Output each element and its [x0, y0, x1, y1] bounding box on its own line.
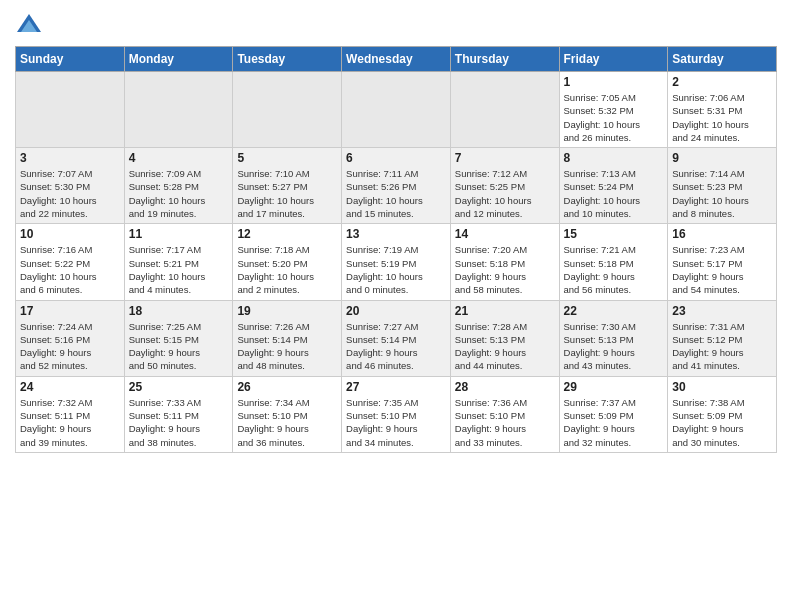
day-info: Sunrise: 7:32 AM Sunset: 5:11 PM Dayligh… [20, 396, 120, 449]
day-number: 29 [564, 380, 664, 394]
page: SundayMondayTuesdayWednesdayThursdayFrid… [0, 0, 792, 612]
day-number: 1 [564, 75, 664, 89]
calendar-cell: 7Sunrise: 7:12 AM Sunset: 5:25 PM Daylig… [450, 148, 559, 224]
day-number: 19 [237, 304, 337, 318]
calendar-table: SundayMondayTuesdayWednesdayThursdayFrid… [15, 46, 777, 453]
calendar-cell: 29Sunrise: 7:37 AM Sunset: 5:09 PM Dayli… [559, 376, 668, 452]
day-info: Sunrise: 7:11 AM Sunset: 5:26 PM Dayligh… [346, 167, 446, 220]
day-number: 28 [455, 380, 555, 394]
day-info: Sunrise: 7:26 AM Sunset: 5:14 PM Dayligh… [237, 320, 337, 373]
calendar-cell: 21Sunrise: 7:28 AM Sunset: 5:13 PM Dayli… [450, 300, 559, 376]
day-info: Sunrise: 7:33 AM Sunset: 5:11 PM Dayligh… [129, 396, 229, 449]
day-info: Sunrise: 7:12 AM Sunset: 5:25 PM Dayligh… [455, 167, 555, 220]
logo [15, 10, 47, 38]
day-info: Sunrise: 7:25 AM Sunset: 5:15 PM Dayligh… [129, 320, 229, 373]
calendar-cell: 16Sunrise: 7:23 AM Sunset: 5:17 PM Dayli… [668, 224, 777, 300]
calendar-cell: 17Sunrise: 7:24 AM Sunset: 5:16 PM Dayli… [16, 300, 125, 376]
day-info: Sunrise: 7:14 AM Sunset: 5:23 PM Dayligh… [672, 167, 772, 220]
calendar-cell: 6Sunrise: 7:11 AM Sunset: 5:26 PM Daylig… [342, 148, 451, 224]
weekday-header-sunday: Sunday [16, 47, 125, 72]
day-number: 30 [672, 380, 772, 394]
calendar-cell: 19Sunrise: 7:26 AM Sunset: 5:14 PM Dayli… [233, 300, 342, 376]
day-info: Sunrise: 7:17 AM Sunset: 5:21 PM Dayligh… [129, 243, 229, 296]
calendar-cell: 4Sunrise: 7:09 AM Sunset: 5:28 PM Daylig… [124, 148, 233, 224]
calendar-cell: 14Sunrise: 7:20 AM Sunset: 5:18 PM Dayli… [450, 224, 559, 300]
calendar-row-3: 17Sunrise: 7:24 AM Sunset: 5:16 PM Dayli… [16, 300, 777, 376]
calendar-cell: 20Sunrise: 7:27 AM Sunset: 5:14 PM Dayli… [342, 300, 451, 376]
day-info: Sunrise: 7:35 AM Sunset: 5:10 PM Dayligh… [346, 396, 446, 449]
weekday-header-monday: Monday [124, 47, 233, 72]
logo-icon [15, 10, 43, 38]
calendar-cell: 15Sunrise: 7:21 AM Sunset: 5:18 PM Dayli… [559, 224, 668, 300]
day-info: Sunrise: 7:30 AM Sunset: 5:13 PM Dayligh… [564, 320, 664, 373]
weekday-header-tuesday: Tuesday [233, 47, 342, 72]
day-info: Sunrise: 7:18 AM Sunset: 5:20 PM Dayligh… [237, 243, 337, 296]
day-info: Sunrise: 7:21 AM Sunset: 5:18 PM Dayligh… [564, 243, 664, 296]
calendar-cell: 28Sunrise: 7:36 AM Sunset: 5:10 PM Dayli… [450, 376, 559, 452]
calendar-cell: 3Sunrise: 7:07 AM Sunset: 5:30 PM Daylig… [16, 148, 125, 224]
calendar-cell: 11Sunrise: 7:17 AM Sunset: 5:21 PM Dayli… [124, 224, 233, 300]
day-info: Sunrise: 7:38 AM Sunset: 5:09 PM Dayligh… [672, 396, 772, 449]
header [15, 10, 777, 38]
day-info: Sunrise: 7:19 AM Sunset: 5:19 PM Dayligh… [346, 243, 446, 296]
weekday-header-thursday: Thursday [450, 47, 559, 72]
calendar-cell [450, 72, 559, 148]
day-number: 4 [129, 151, 229, 165]
day-number: 5 [237, 151, 337, 165]
calendar-row-1: 3Sunrise: 7:07 AM Sunset: 5:30 PM Daylig… [16, 148, 777, 224]
day-number: 26 [237, 380, 337, 394]
day-number: 24 [20, 380, 120, 394]
day-number: 15 [564, 227, 664, 241]
day-info: Sunrise: 7:10 AM Sunset: 5:27 PM Dayligh… [237, 167, 337, 220]
day-number: 6 [346, 151, 446, 165]
calendar-cell [124, 72, 233, 148]
day-info: Sunrise: 7:24 AM Sunset: 5:16 PM Dayligh… [20, 320, 120, 373]
calendar-cell: 25Sunrise: 7:33 AM Sunset: 5:11 PM Dayli… [124, 376, 233, 452]
day-number: 10 [20, 227, 120, 241]
calendar-row-4: 24Sunrise: 7:32 AM Sunset: 5:11 PM Dayli… [16, 376, 777, 452]
calendar-cell: 30Sunrise: 7:38 AM Sunset: 5:09 PM Dayli… [668, 376, 777, 452]
day-number: 27 [346, 380, 446, 394]
weekday-header-saturday: Saturday [668, 47, 777, 72]
calendar-cell: 2Sunrise: 7:06 AM Sunset: 5:31 PM Daylig… [668, 72, 777, 148]
calendar-cell: 27Sunrise: 7:35 AM Sunset: 5:10 PM Dayli… [342, 376, 451, 452]
day-number: 13 [346, 227, 446, 241]
day-info: Sunrise: 7:31 AM Sunset: 5:12 PM Dayligh… [672, 320, 772, 373]
calendar-cell [16, 72, 125, 148]
day-number: 12 [237, 227, 337, 241]
calendar-cell: 5Sunrise: 7:10 AM Sunset: 5:27 PM Daylig… [233, 148, 342, 224]
calendar-cell: 12Sunrise: 7:18 AM Sunset: 5:20 PM Dayli… [233, 224, 342, 300]
day-info: Sunrise: 7:09 AM Sunset: 5:28 PM Dayligh… [129, 167, 229, 220]
calendar-cell: 24Sunrise: 7:32 AM Sunset: 5:11 PM Dayli… [16, 376, 125, 452]
calendar-cell: 9Sunrise: 7:14 AM Sunset: 5:23 PM Daylig… [668, 148, 777, 224]
day-info: Sunrise: 7:07 AM Sunset: 5:30 PM Dayligh… [20, 167, 120, 220]
day-number: 9 [672, 151, 772, 165]
day-number: 16 [672, 227, 772, 241]
calendar-cell: 22Sunrise: 7:30 AM Sunset: 5:13 PM Dayli… [559, 300, 668, 376]
day-info: Sunrise: 7:34 AM Sunset: 5:10 PM Dayligh… [237, 396, 337, 449]
day-number: 21 [455, 304, 555, 318]
calendar-cell: 18Sunrise: 7:25 AM Sunset: 5:15 PM Dayli… [124, 300, 233, 376]
weekday-header-friday: Friday [559, 47, 668, 72]
day-info: Sunrise: 7:20 AM Sunset: 5:18 PM Dayligh… [455, 243, 555, 296]
day-number: 2 [672, 75, 772, 89]
day-info: Sunrise: 7:28 AM Sunset: 5:13 PM Dayligh… [455, 320, 555, 373]
day-number: 22 [564, 304, 664, 318]
calendar-row-0: 1Sunrise: 7:05 AM Sunset: 5:32 PM Daylig… [16, 72, 777, 148]
day-number: 14 [455, 227, 555, 241]
calendar-cell: 10Sunrise: 7:16 AM Sunset: 5:22 PM Dayli… [16, 224, 125, 300]
day-info: Sunrise: 7:27 AM Sunset: 5:14 PM Dayligh… [346, 320, 446, 373]
weekday-header-row: SundayMondayTuesdayWednesdayThursdayFrid… [16, 47, 777, 72]
calendar-cell: 23Sunrise: 7:31 AM Sunset: 5:12 PM Dayli… [668, 300, 777, 376]
day-info: Sunrise: 7:23 AM Sunset: 5:17 PM Dayligh… [672, 243, 772, 296]
day-info: Sunrise: 7:05 AM Sunset: 5:32 PM Dayligh… [564, 91, 664, 144]
day-number: 8 [564, 151, 664, 165]
calendar-cell [233, 72, 342, 148]
day-number: 18 [129, 304, 229, 318]
day-number: 20 [346, 304, 446, 318]
day-info: Sunrise: 7:16 AM Sunset: 5:22 PM Dayligh… [20, 243, 120, 296]
day-info: Sunrise: 7:06 AM Sunset: 5:31 PM Dayligh… [672, 91, 772, 144]
day-number: 7 [455, 151, 555, 165]
day-number: 25 [129, 380, 229, 394]
day-number: 11 [129, 227, 229, 241]
